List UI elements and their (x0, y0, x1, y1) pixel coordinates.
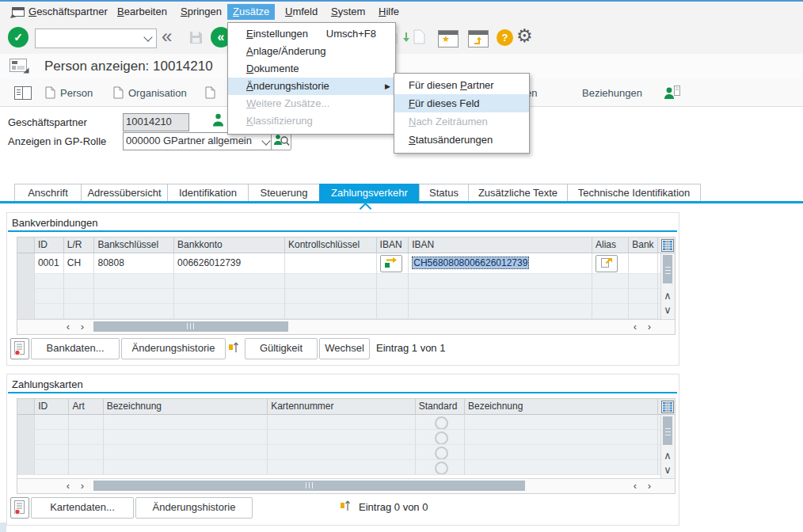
vertical-scrollbar[interactable]: ∧ ∨ (660, 253, 675, 319)
tab-adressuebersicht[interactable]: Adressübersicht (81, 184, 168, 203)
back-button[interactable]: « (162, 25, 172, 48)
title-layout-button[interactable] (10, 59, 29, 77)
tab-status[interactable]: Status (419, 184, 469, 203)
sort-icon[interactable] (340, 498, 352, 516)
standard-radio[interactable] (435, 462, 448, 475)
save-button[interactable] (188, 30, 204, 48)
menu-umfeld[interactable]: Umfeld (280, 4, 323, 20)
scroll-down-button[interactable]: ∨ (661, 304, 674, 317)
help-button[interactable]: ? (497, 29, 513, 46)
beziehungen-button[interactable]: Beziehungen (582, 86, 642, 101)
kartendaten-button[interactable]: Kartendaten... (31, 497, 134, 519)
col-standard[interactable]: Standard (416, 399, 465, 415)
document-icon[interactable] (413, 29, 425, 48)
scrollbar-thumb[interactable] (663, 416, 672, 445)
scroll-right-button[interactable]: › (643, 480, 656, 492)
alias-button[interactable] (596, 255, 618, 272)
scrollbar-thumb[interactable] (93, 481, 525, 491)
scroll-left-button[interactable]: ‹ (62, 321, 74, 333)
menu-zusaetze[interactable]: Zusätze (227, 4, 275, 20)
menu-item-aenderungshistorie[interactable]: Änderungshistorie ▶ (228, 78, 395, 95)
card-details-button[interactable] (10, 497, 29, 519)
scroll-right-button[interactable]: › (76, 480, 89, 492)
enter-button[interactable]: ✓ (8, 27, 29, 48)
table-settings-button[interactable] (661, 239, 674, 255)
bank-aenderungshistorie-button[interactable]: Änderungshistorie (121, 338, 226, 359)
col-bank[interactable]: Bank (629, 238, 658, 253)
tab-identifikation[interactable]: Identifikation (167, 184, 249, 203)
wechsel-button[interactable]: Wechsel (319, 338, 370, 359)
submenu-item-fuer-diesen-partner[interactable]: Für diesen Partner (394, 76, 529, 94)
col-kartennummer[interactable]: Kartennummer (268, 399, 416, 415)
command-field[interactable] (35, 28, 157, 48)
card-aenderungshistorie-button[interactable]: Änderungshistorie (135, 497, 253, 519)
menu-item-dokumente[interactable]: Dokumente (228, 60, 395, 78)
cell-iban[interactable]: CH5680808006626012739 (409, 253, 592, 274)
iban-display-button[interactable] (380, 255, 402, 272)
create-shortcut-button[interactable] (468, 30, 489, 48)
sort-icon[interactable] (228, 340, 240, 358)
scroll-right-button[interactable]: › (643, 321, 656, 333)
partner-field[interactable]: 10014210 (123, 113, 189, 131)
col-id[interactable]: ID (35, 399, 69, 415)
menu-item-einstellungen[interactable]: Einstellungen Umsch+F8 (228, 25, 395, 43)
standard-radio[interactable] (435, 446, 448, 460)
bank-table-row[interactable]: 0001 CH 80808 006626012739 CH56808080066… (17, 253, 675, 274)
scroll-up-button[interactable]: ∧ (661, 290, 674, 302)
tab-zusaetzliche-texte[interactable]: Zusätzliche Texte (468, 184, 568, 203)
tab-steuerung[interactable]: Steuerung (248, 184, 320, 203)
iban-selected-value[interactable]: CH5680808006626012739 (412, 256, 529, 269)
gueltigkeit-button[interactable]: Gültigkeit (245, 338, 318, 359)
bank-details-button[interactable] (10, 338, 29, 359)
new-session-button[interactable]: ★ (438, 30, 459, 48)
standard-radio[interactable] (435, 416, 448, 430)
partner-switch-button[interactable] (664, 85, 681, 103)
table-settings-button[interactable] (661, 401, 674, 416)
col-bankkonto[interactable]: Bankkonto (174, 238, 285, 253)
menu-system[interactable]: System (325, 4, 371, 20)
col-iban-btn[interactable]: IBAN (377, 238, 409, 253)
menu-bearbeiten[interactable]: Bearbeiten (112, 4, 173, 20)
menu-item-anlage-aenderung[interactable]: Anlage/Änderung (228, 43, 395, 60)
submenu-item-statusaenderungen[interactable]: Statusänderungen (394, 131, 529, 149)
col-alias[interactable]: Alias (592, 238, 629, 253)
cell-id[interactable]: 0001 (35, 253, 64, 274)
bankdaten-button[interactable]: Bankdaten... (31, 338, 120, 359)
tab-anschrift[interactable]: Anschrift (14, 184, 82, 203)
scroll-left-button[interactable]: ‹ (62, 480, 74, 492)
download-arrow-icon[interactable] (402, 32, 411, 46)
organisation-button[interactable]: Organisation (128, 86, 187, 101)
tab-zahlungsverkehr[interactable]: Zahlungsverkehr (319, 184, 420, 203)
person-button[interactable]: Person (60, 86, 93, 101)
scroll-left-button[interactable]: ‹ (629, 480, 641, 492)
customize-button[interactable]: ⚙ (516, 25, 533, 47)
col-bezeichnung2[interactable]: Bezeichnung (465, 399, 658, 415)
col-kontrollschluessel[interactable]: Kontrollschlüssel (285, 238, 377, 253)
col-id[interactable]: ID (35, 238, 64, 253)
tab-technische-identifikation[interactable]: Technische Identifikation (567, 184, 701, 203)
col-art[interactable]: Art (69, 399, 103, 415)
scroll-down-button[interactable]: ∨ (661, 464, 674, 477)
cell-lr[interactable]: CH (64, 253, 95, 274)
scroll-left-button[interactable]: ‹ (629, 321, 641, 333)
scroll-right-button[interactable]: › (76, 321, 89, 333)
scrollbar-thumb[interactable] (663, 255, 672, 283)
horizontal-scrollbar[interactable]: ‹ › ‹ › (17, 478, 675, 493)
vertical-scrollbar[interactable]: ∧ ∨ (660, 415, 675, 478)
locator-toggle-button[interactable] (14, 86, 32, 103)
standard-radio[interactable] (435, 431, 448, 445)
menu-geschaeftspartner[interactable]: Geschäftspartner (23, 4, 113, 20)
rolle-dropdown[interactable]: 000000 GPartner allgemein (123, 132, 274, 150)
horizontal-scrollbar[interactable]: ‹ › ‹ › (17, 319, 675, 334)
col-iban[interactable]: IBAN (409, 238, 592, 253)
col-bankschluessel[interactable]: Bankschlüssel (94, 238, 174, 253)
chevron-down-icon[interactable] (143, 32, 152, 41)
submenu-item-fuer-dieses-feld[interactable]: Für dieses Feld (394, 94, 529, 112)
menu-springen[interactable]: Springen (175, 4, 227, 20)
cell-bankkonto[interactable]: 006626012739 (174, 253, 285, 274)
col-bezeichnung[interactable]: Bezeichnung (104, 399, 268, 415)
command-input[interactable] (36, 29, 142, 46)
cell-kontrollschluessel[interactable] (285, 253, 377, 274)
scrollbar-thumb[interactable] (93, 321, 288, 332)
row-selector[interactable] (17, 253, 35, 274)
